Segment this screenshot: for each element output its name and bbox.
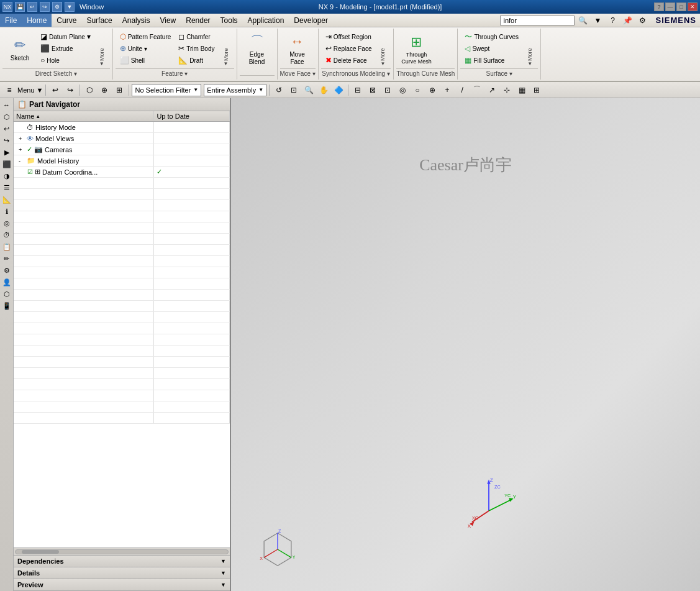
- hole-button[interactable]: ○ Hole: [37, 55, 94, 66]
- through-curve-mesh-button[interactable]: ⊞ Through Curve Mesh: [398, 31, 435, 68]
- offset-region-button[interactable]: ⇥ Offset Region: [322, 31, 375, 42]
- sidebar-icon-7[interactable]: ◑: [1, 170, 12, 181]
- viewport[interactable]: Caesar卢尚宇 Z ZC Y YC X XC: [231, 98, 700, 591]
- sidebar-icon-15[interactable]: ⚙: [1, 265, 12, 276]
- snap13-btn[interactable]: ⊹: [500, 83, 514, 97]
- quick-access-undo[interactable]: ↩: [27, 2, 37, 12]
- pin-btn[interactable]: 📌: [620, 14, 634, 27]
- snap15-btn[interactable]: ⊞: [530, 83, 543, 97]
- col-name-header[interactable]: Name ▲: [14, 111, 154, 122]
- model-history-cell[interactable]: - 📁 Model History: [14, 155, 154, 167]
- snap14-btn[interactable]: ▦: [515, 83, 529, 97]
- snap11-btn[interactable]: ⌒: [470, 83, 484, 97]
- sidebar-icon-17[interactable]: ⬡: [1, 288, 12, 300]
- sidebar-icon-18[interactable]: 📱: [1, 300, 12, 311]
- datum-plane-arrow[interactable]: ▾: [87, 32, 91, 41]
- menu-analysis[interactable]: Analysis: [117, 14, 155, 27]
- search-input[interactable]: [500, 16, 575, 25]
- snap10-btn[interactable]: /: [455, 83, 469, 97]
- edge-blend-button[interactable]: ⌒ Edge Blend: [241, 31, 273, 68]
- close-btn[interactable]: ✕: [688, 2, 698, 11]
- draft-button[interactable]: 📐 Draft: [175, 55, 217, 66]
- undo-btn[interactable]: ↩: [48, 83, 62, 97]
- quick-access-save[interactable]: 💾: [15, 2, 25, 12]
- sidebar-icon-5[interactable]: ▶: [1, 147, 12, 158]
- model-views-cell[interactable]: + 👁 Model Views: [14, 133, 154, 144]
- hscroll-thumb[interactable]: [22, 550, 59, 554]
- snap5-btn[interactable]: ⊡: [381, 83, 394, 97]
- sidebar-icon-13[interactable]: 📋: [1, 241, 12, 252]
- sketch-button[interactable]: ✏ Sketch: [4, 31, 36, 68]
- rotate-btn[interactable]: ↺: [272, 83, 286, 97]
- swept-button[interactable]: ◁ Swept: [461, 43, 522, 54]
- sidebar-icon-12[interactable]: ⏱: [1, 229, 12, 241]
- search-options-btn[interactable]: ▼: [591, 14, 604, 27]
- sidebar-icon-11[interactable]: ◎: [1, 218, 12, 229]
- details-header[interactable]: Details ▼: [14, 567, 230, 579]
- move-face-button[interactable]: ↔ Move Face: [281, 31, 314, 68]
- menu-toggle-btn[interactable]: ≡: [2, 83, 16, 97]
- sidebar-icon-1[interactable]: ↔: [1, 99, 12, 111]
- chamfer-button[interactable]: ◻ Chamfer: [175, 31, 217, 42]
- redo-btn[interactable]: ↪: [63, 83, 77, 97]
- fit-btn[interactable]: ⊡: [287, 83, 301, 97]
- pan-btn[interactable]: ✋: [317, 83, 330, 97]
- window-label[interactable]: Window: [77, 3, 106, 11]
- unite-button[interactable]: ⊕ Unite ▾: [117, 43, 174, 54]
- selection-filter-dropdown[interactable]: No Selection Filter ▼: [132, 84, 201, 96]
- menu-developer[interactable]: Developer: [289, 14, 333, 27]
- search-button[interactable]: 🔍: [576, 14, 589, 27]
- menu-render[interactable]: Render: [181, 14, 215, 27]
- menu-file[interactable]: File: [0, 14, 22, 27]
- snap7-btn[interactable]: ○: [411, 83, 424, 97]
- orient-btn[interactable]: 🔷: [332, 83, 345, 97]
- quick-access-settings[interactable]: ⚙: [52, 2, 62, 12]
- sidebar-icon-16[interactable]: 👤: [1, 277, 12, 288]
- delete-face-button[interactable]: ✖ Delete Face: [322, 55, 375, 66]
- extrude-button[interactable]: ⬛ Extrude: [37, 43, 94, 54]
- snap9-btn[interactable]: +: [440, 83, 454, 97]
- feature-more-button[interactable]: More ▼: [219, 31, 233, 68]
- sidebar-icon-8[interactable]: ☰: [1, 182, 12, 193]
- datum-plane-button[interactable]: ◪ Datum Plane ▾: [37, 31, 94, 42]
- window-btn[interactable]: ▼: [65, 2, 75, 12]
- sidebar-icon-9[interactable]: 📐: [1, 194, 12, 205]
- model-history-expand[interactable]: -: [19, 158, 25, 164]
- datum-coord-cell[interactable]: ☑ ⊞ Datum Coordina...: [14, 167, 154, 178]
- snap3-btn[interactable]: ⊟: [351, 83, 365, 97]
- quick-access-redo[interactable]: ↪: [40, 2, 50, 12]
- menu-home[interactable]: Home: [22, 14, 52, 27]
- nav-hscroll[interactable]: [14, 547, 230, 555]
- sidebar-icon-2[interactable]: ⬡: [1, 111, 12, 122]
- dependencies-header[interactable]: Dependencies ▼: [14, 556, 230, 567]
- help-btn[interactable]: ?: [654, 2, 664, 11]
- model-views-expand[interactable]: +: [19, 135, 25, 142]
- menu-surface[interactable]: Surface: [81, 14, 117, 27]
- replace-face-button[interactable]: ↩ Replace Face: [322, 43, 375, 54]
- snap4-btn[interactable]: ⊠: [366, 83, 380, 97]
- shell-button[interactable]: ⬜ Shell: [117, 55, 174, 66]
- unite-arrow[interactable]: ▾: [144, 45, 147, 52]
- snap6-btn[interactable]: ◎: [396, 83, 409, 97]
- menu-view[interactable]: View: [155, 14, 181, 27]
- sidebar-icon-6[interactable]: ⬛: [1, 158, 12, 170]
- col-uptodate-header[interactable]: Up to Date: [154, 111, 230, 122]
- maximize-btn[interactable]: □: [676, 2, 686, 11]
- snap-btn[interactable]: ⊕: [98, 83, 111, 97]
- surface-more-button[interactable]: More ▼: [523, 31, 537, 68]
- history-mode-cell[interactable]: ⏱ History Mode: [14, 122, 154, 133]
- sidebar-icon-14[interactable]: ✏: [1, 253, 12, 264]
- trim-body-button[interactable]: ✂ Trim Body: [175, 43, 217, 54]
- pattern-feature-button[interactable]: ⬡ Pattern Feature: [117, 31, 174, 42]
- preview-header[interactable]: Preview ▼: [14, 579, 230, 590]
- help-btn2[interactable]: ?: [606, 14, 619, 27]
- assembly-dropdown[interactable]: Entire Assembly ▼: [204, 84, 266, 96]
- menu-curve[interactable]: Curve: [52, 14, 81, 27]
- sidebar-icon-10[interactable]: ℹ: [1, 206, 12, 217]
- fill-surface-button[interactable]: ▦ Fill Surface: [461, 55, 522, 66]
- cameras-cell[interactable]: + ✓ 📷 Cameras: [14, 144, 154, 155]
- snap12-btn[interactable]: ↗: [485, 83, 499, 97]
- snap2-btn[interactable]: ⊞: [112, 83, 126, 97]
- menu-application[interactable]: Application: [243, 14, 289, 27]
- sidebar-icon-4[interactable]: ↪: [1, 135, 12, 146]
